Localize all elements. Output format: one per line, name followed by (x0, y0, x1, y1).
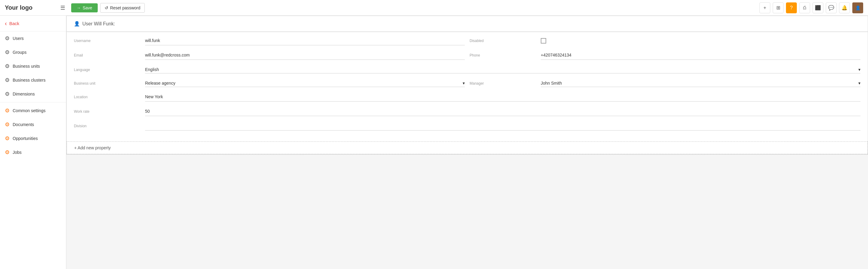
row-language: Language English ▾ (74, 66, 861, 74)
app-logo: Your logo (5, 4, 53, 11)
work-rate-value[interactable]: 50 (145, 108, 861, 116)
row-location: Location New York (74, 93, 861, 102)
save-button[interactable]: → Save (71, 3, 98, 12)
help-button[interactable]: ? (786, 2, 797, 13)
add-icon: + (763, 5, 766, 10)
reset-label: Reset password (110, 5, 140, 10)
video-icon: ⬛ (815, 5, 821, 10)
users-icon: ⚙ (5, 35, 10, 42)
bell-icon: 🔔 (841, 5, 847, 10)
bell-button[interactable]: 🔔 (839, 2, 850, 13)
sidebar: ‹ Back ⚙ Users ⚙ Groups ⚙ Business units… (0, 16, 66, 269)
topbar-actions: → Save ↺ Reset password (71, 3, 145, 13)
print-button[interactable]: ⎙ (799, 2, 810, 13)
division-value[interactable] (145, 122, 861, 131)
language-label: Language (74, 66, 140, 72)
common-settings-icon: ⚙ (5, 107, 10, 114)
back-button[interactable]: ‹ Back (0, 16, 66, 31)
topbar-right: + ⊞ ? ⎙ ⬛ 💬 🔔 👤 (760, 2, 863, 13)
chat-icon: 💬 (828, 5, 834, 10)
sidebar-item-business-units[interactable]: ⚙ Business units (0, 59, 66, 73)
sidebar-label-common-settings: Common settings (13, 108, 45, 113)
grid-button[interactable]: ⊞ (773, 2, 783, 13)
print-icon: ⎙ (803, 5, 806, 10)
content-card: 👤 User Will Funk: Username will.funk Dis… (66, 16, 868, 155)
save-label: Save (83, 5, 92, 10)
page-header: 👤 User Will Funk: (67, 16, 868, 32)
sidebar-item-groups[interactable]: ⚙ Groups (0, 45, 66, 59)
language-value: English (145, 67, 159, 72)
chevron-down-icon-mgr: ▾ (858, 81, 861, 85)
row-username: Username will.funk Disabled (74, 37, 861, 45)
back-arrow-icon: ‹ (5, 20, 7, 27)
add-property-button[interactable]: + Add new property (67, 141, 868, 154)
sidebar-separator (0, 102, 66, 103)
add-button[interactable]: + (760, 2, 770, 13)
language-select[interactable]: English ▾ (145, 66, 861, 74)
email-label: Email (74, 51, 140, 57)
username-label: Username (74, 37, 140, 43)
question-icon: ? (790, 5, 793, 10)
disabled-checkbox[interactable] (541, 37, 861, 45)
disabled-label: Disabled (470, 37, 536, 43)
sidebar-label-users: Users (13, 36, 24, 41)
sidebar-item-documents[interactable]: ⚙ Documents (0, 117, 66, 132)
layout: ‹ Back ⚙ Users ⚙ Groups ⚙ Business units… (0, 16, 868, 269)
sidebar-item-dimensions[interactable]: ⚙ Dimensions (0, 87, 66, 101)
sidebar-label-documents: Documents (13, 122, 34, 127)
manager-label: Manager (470, 80, 536, 85)
manager-value: John Smith (541, 81, 562, 85)
business-clusters-icon: ⚙ (5, 77, 10, 83)
jobs-icon: ⚙ (5, 149, 10, 156)
dimensions-icon: ⚙ (5, 91, 10, 97)
sidebar-label-business-clusters: Business clusters (13, 78, 45, 82)
user-icon: 👤 (74, 21, 80, 27)
sidebar-item-opportunities[interactable]: ⚙ Opportunities (0, 132, 66, 145)
main-content: 👤 User Will Funk: Username will.funk Dis… (66, 16, 868, 269)
opportunities-icon: ⚙ (5, 135, 10, 142)
row-email: Email will.funk@redcross.com Phone +4207… (74, 51, 861, 60)
grid-icon: ⊞ (776, 5, 780, 10)
page-title: User Will Funk: (82, 21, 115, 27)
location-label: Location (74, 93, 140, 99)
video-button[interactable]: ⬛ (812, 2, 824, 13)
work-rate-label: Work rate (74, 108, 140, 114)
sidebar-label-business-units: Business units (13, 64, 40, 69)
chat-button[interactable]: 💬 (826, 2, 837, 13)
sidebar-item-business-clusters[interactable]: ⚙ Business clusters (0, 73, 66, 87)
row-division: Division (74, 122, 861, 131)
sidebar-label-opportunities: Opportunities (13, 136, 38, 141)
sidebar-label-groups: Groups (13, 50, 27, 55)
business-units-icon: ⚙ (5, 63, 10, 70)
location-value[interactable]: New York (145, 93, 861, 102)
chevron-down-icon-bu: ▾ (463, 81, 465, 85)
manager-select[interactable]: John Smith ▾ (541, 80, 861, 87)
avatar[interactable]: 👤 (852, 2, 863, 13)
phone-label: Phone (470, 51, 536, 57)
phone-value[interactable]: +420746324134 (541, 51, 861, 60)
business-unit-label: Business unit (74, 80, 140, 85)
reset-icon: ↺ (105, 5, 108, 10)
save-arrow-icon: → (76, 5, 81, 10)
reset-password-button[interactable]: ↺ Reset password (100, 3, 145, 13)
menu-icon[interactable]: ☰ (60, 4, 65, 11)
business-unit-value: Release agency (145, 81, 175, 85)
sidebar-item-common-settings[interactable]: ⚙ Common settings (0, 104, 66, 117)
documents-icon: ⚙ (5, 121, 10, 128)
groups-icon: ⚙ (5, 49, 10, 56)
chevron-down-icon: ▾ (858, 67, 861, 72)
checkbox-icon[interactable] (541, 38, 546, 44)
sidebar-item-jobs[interactable]: ⚙ Jobs (0, 145, 66, 159)
sidebar-item-users[interactable]: ⚙ Users (0, 31, 66, 45)
back-label: Back (9, 21, 19, 26)
topbar: Your logo ☰ → Save ↺ Reset password + ⊞ … (0, 0, 868, 16)
row-work-rate: Work rate 50 (74, 108, 861, 116)
email-value[interactable]: will.funk@redcross.com (145, 51, 465, 60)
sidebar-label-jobs: Jobs (13, 150, 22, 155)
division-label: Division (74, 122, 140, 128)
username-value[interactable]: will.funk (145, 37, 465, 45)
business-unit-select[interactable]: Release agency ▾ (145, 80, 465, 87)
sidebar-label-dimensions: Dimensions (13, 91, 35, 97)
form-section: Username will.funk Disabled Email will.f… (67, 32, 868, 141)
add-property-label: + Add new property (74, 145, 111, 150)
